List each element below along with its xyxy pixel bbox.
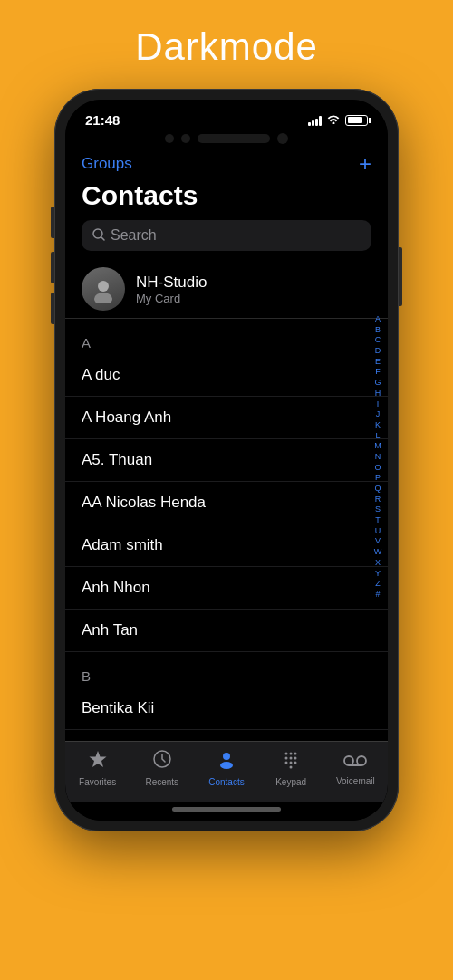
contact-row[interactable]: Anh Nhon (65, 567, 388, 610)
svg-point-16 (294, 762, 297, 764)
alpha-k[interactable]: K (371, 420, 384, 431)
avatar (82, 267, 125, 311)
add-contact-button[interactable]: + (359, 153, 371, 175)
contact-row[interactable]: Bentika Kii (65, 687, 388, 730)
svg-point-13 (294, 757, 297, 760)
status-bar: 21:48 (65, 100, 388, 133)
svg-point-15 (290, 762, 293, 764)
tab-recents-label: Recents (145, 777, 178, 787)
app-content: Groups + Contacts Search (65, 146, 388, 821)
battery-icon (345, 115, 368, 126)
wifi-icon (326, 113, 341, 127)
svg-point-3 (94, 293, 112, 303)
alpha-r[interactable]: R (371, 495, 384, 505)
status-time: 21:48 (85, 112, 120, 128)
home-bar (172, 807, 281, 812)
svg-point-19 (357, 756, 366, 765)
svg-point-10 (294, 753, 297, 755)
signal-icon (308, 115, 322, 126)
alpha-f[interactable]: F (371, 367, 384, 378)
svg-point-6 (223, 753, 230, 760)
svg-point-8 (285, 753, 288, 755)
svg-point-12 (290, 757, 293, 760)
section-header-a: A (65, 319, 388, 354)
alpha-i[interactable]: I (371, 399, 384, 410)
search-bar[interactable]: Search (82, 220, 371, 251)
alpha-m[interactable]: M (371, 441, 384, 452)
contact-row[interactable]: Adam smith (65, 524, 388, 567)
svg-point-2 (98, 281, 109, 292)
alpha-e[interactable]: E (371, 357, 384, 368)
voicemail-icon (343, 750, 367, 773)
alpha-u[interactable]: U (371, 526, 384, 537)
svg-point-17 (290, 766, 293, 769)
page-title: Darkmode (135, 0, 318, 89)
tab-voicemail-label: Voicemail (336, 776, 375, 786)
svg-point-14 (285, 762, 288, 764)
alpha-h[interactable]: H (371, 389, 384, 399)
tab-voicemail[interactable]: Voicemail (328, 750, 382, 786)
search-placeholder: Search (111, 227, 157, 244)
alpha-n[interactable]: N (371, 452, 384, 463)
my-card[interactable]: NH-Studio My Card (65, 260, 388, 319)
svg-line-1 (101, 237, 104, 240)
page-header: Contacts (65, 178, 388, 220)
phone-device: 21:48 (54, 89, 399, 831)
my-card-name: NH-Studio (136, 274, 207, 292)
contact-row[interactable]: Bs (65, 730, 388, 741)
notch-area (65, 133, 388, 146)
svg-point-11 (285, 757, 288, 760)
contacts-list: NH-Studio My Card A A duc A Hoang Anh A5… (65, 260, 388, 741)
contact-row[interactable]: Anh Tan (65, 610, 388, 652)
contact-row[interactable]: AA Nicolas Henda (65, 482, 388, 524)
favorites-icon (88, 749, 108, 774)
contacts-icon (217, 749, 236, 774)
groups-button[interactable]: Groups (82, 155, 132, 173)
alpha-x[interactable]: X (371, 558, 384, 569)
alpha-index: A B C D E F G H I J K L M N O P Q (371, 260, 384, 741)
alpha-z[interactable]: Z (371, 579, 384, 590)
alpha-y[interactable]: Y (371, 569, 384, 580)
alpha-w[interactable]: W (371, 547, 384, 558)
nav-header: Groups + (65, 146, 388, 178)
phone-screen: 21:48 (65, 100, 388, 821)
home-indicator (65, 802, 388, 821)
tab-contacts-label: Contacts (208, 777, 244, 787)
tab-recents[interactable]: Recents (135, 749, 189, 787)
recents-icon (152, 749, 172, 774)
alpha-o[interactable]: O (371, 463, 384, 474)
my-card-sub: My Card (136, 292, 207, 305)
contact-row[interactable]: A Hoang Anh (65, 397, 388, 439)
alpha-a[interactable]: A (371, 314, 384, 325)
alpha-l[interactable]: L (371, 431, 384, 442)
alpha-hash[interactable]: # (371, 590, 384, 600)
tab-favorites[interactable]: Favorites (71, 749, 125, 787)
alpha-q[interactable]: Q (371, 484, 384, 495)
alpha-t[interactable]: T (371, 515, 384, 526)
search-icon (92, 228, 105, 244)
alpha-g[interactable]: G (371, 378, 384, 389)
alpha-d[interactable]: D (371, 346, 384, 357)
my-card-info: NH-Studio My Card (136, 274, 207, 305)
tab-keypad[interactable]: Keypad (264, 749, 318, 787)
tab-keypad-label: Keypad (275, 777, 306, 787)
svg-point-18 (344, 756, 353, 765)
alpha-v[interactable]: V (371, 536, 384, 547)
tab-favorites-label: Favorites (79, 777, 116, 787)
alpha-p[interactable]: P (371, 473, 384, 484)
tab-contacts[interactable]: Contacts (199, 749, 254, 787)
svg-point-7 (220, 762, 233, 769)
alpha-s[interactable]: S (371, 504, 384, 515)
alpha-c[interactable]: C (371, 335, 384, 346)
contact-row[interactable]: A5. Thuan (65, 439, 388, 482)
status-icons (308, 113, 368, 127)
contact-row[interactable]: A duc (65, 354, 388, 397)
tab-bar: Favorites Recents (65, 741, 388, 802)
alpha-j[interactable]: J (371, 409, 384, 420)
section-header-b: B (65, 652, 388, 687)
svg-marker-4 (89, 751, 106, 767)
keypad-icon (281, 749, 301, 774)
contacts-title: Contacts (82, 180, 371, 211)
alpha-b[interactable]: B (371, 325, 384, 336)
svg-point-9 (290, 753, 293, 755)
